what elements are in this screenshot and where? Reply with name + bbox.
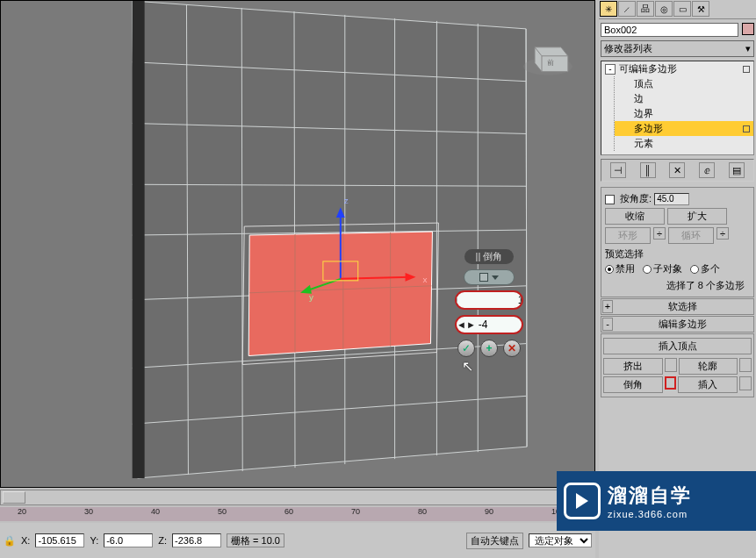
time-ruler[interactable]: 2030405060708090100 [0, 507, 595, 521]
cancel-button[interactable]: ✕ [503, 340, 521, 357]
viewport[interactable]: z x y 前 [0, 0, 595, 488]
stack-sub-vertex[interactable]: 顶点 [615, 76, 753, 91]
bevel-button[interactable]: 倒角 [603, 376, 663, 393]
make-unique-button[interactable]: ✕ [669, 162, 685, 178]
arrow-left-icon[interactable]: ◄ [457, 317, 466, 333]
extrude-button[interactable]: 挤出 [603, 358, 663, 375]
svg-text:x: x [422, 275, 427, 284]
inset-settings-button[interactable] [739, 376, 752, 390]
outline-settings-button[interactable] [739, 358, 752, 372]
wheel-icon: ◎ [660, 4, 668, 14]
stack-sub-border[interactable]: 边界 [615, 106, 753, 121]
extrude-settings-button[interactable] [665, 358, 677, 372]
config-icon: ▤ [732, 165, 741, 176]
stack-pin-icon[interactable] [743, 125, 750, 132]
ruler-tick: 70 [351, 507, 360, 516]
by-angle-label: 按角度: [620, 193, 652, 204]
radio-multi[interactable] [690, 265, 699, 274]
by-angle-checkbox[interactable] [605, 195, 615, 204]
svg-rect-16 [133, 1, 145, 478]
ruler-tick: 20 [18, 507, 26, 516]
ruler-tick: 80 [418, 507, 427, 516]
apply-button[interactable]: + [480, 340, 498, 357]
height-spinner[interactable] [455, 290, 523, 310]
stack-result-icon: ║ [644, 165, 652, 175]
display-icon: ▭ [679, 4, 687, 14]
pin-stack-button[interactable]: ⊣ [610, 162, 626, 178]
sparkle-icon: ✳ [605, 4, 612, 14]
dropdown-icon [492, 275, 499, 280]
remove-mod-button[interactable]: ⅇ [699, 162, 715, 178]
outline-spinner[interactable]: ◄ ► [455, 315, 523, 334]
panel-tabs: ✳ ⟋ 品 ◎ ▭ ⚒ [599, 0, 756, 19]
tab-utilities[interactable]: ⚒ [692, 1, 709, 17]
edit-poly-rollout-header[interactable]: - 编辑多边形 [601, 316, 754, 333]
stack-sub-edge[interactable]: 边 [615, 91, 753, 106]
ring-button[interactable]: 环形 [605, 227, 651, 244]
object-name-input[interactable]: Box002 [601, 23, 738, 37]
loop-button[interactable]: 循环 [668, 227, 714, 244]
tab-display[interactable]: ▭ [673, 1, 691, 17]
loop-spin[interactable]: ÷ [716, 227, 729, 240]
soft-selection-rollout[interactable]: + 软选择 [601, 298, 754, 315]
stack-pin-icon[interactable] [743, 66, 750, 73]
outline-input[interactable] [476, 317, 523, 333]
stack-tools: ⊣ ║ ✕ ⅇ ▤ [601, 159, 754, 182]
selection-rollout: 按角度: 45.0 收缩 扩大 环形 ÷ 循环 ÷ 预览选择 禁用 子对象 多个… [601, 187, 754, 297]
confirm-button[interactable]: ✓ [457, 340, 475, 357]
caddy-type-group[interactable] [464, 269, 515, 285]
radio-subobject[interactable] [643, 265, 652, 274]
insert-vertex-button[interactable]: 插入顶点 [603, 338, 752, 354]
caddy-title: || 倒角 [464, 249, 514, 264]
stack-sub-element[interactable]: 元素 [615, 136, 753, 151]
height-input[interactable] [457, 292, 523, 308]
time-slider[interactable] [0, 490, 595, 505]
ruler-tick: 60 [284, 507, 293, 516]
show-end-button[interactable]: ║ [640, 162, 656, 178]
x-label: X: [21, 535, 30, 546]
by-angle-field[interactable]: 45.0 [654, 193, 689, 205]
banner-title: 溜溜自学 [608, 483, 692, 509]
radio-disable[interactable] [605, 265, 614, 274]
object-color-swatch[interactable] [742, 23, 754, 35]
ruler-tick: 50 [218, 507, 227, 516]
z-label: Z: [158, 535, 167, 546]
tab-motion[interactable]: ◎ [655, 1, 673, 17]
modifier-list-label: 修改器列表 [604, 42, 652, 55]
configure-button[interactable]: ▤ [729, 162, 745, 178]
time-slider-thumb[interactable] [3, 491, 25, 504]
bevel-caddy: || 倒角 ◄ ► ✓ + ✕ [455, 249, 523, 357]
lock-icon[interactable]: 🔒 [4, 535, 16, 547]
bevel-settings-button[interactable] [665, 376, 676, 390]
outline-button[interactable]: 轮廓 [679, 358, 738, 375]
inset-button[interactable]: 插入 [678, 376, 738, 393]
watermark-banner: 溜溜自学 zixue.3d66.com [557, 471, 756, 531]
ruler-tick: 90 [485, 507, 493, 516]
collapse-icon[interactable]: - [605, 64, 616, 75]
arc-icon: ⟋ [623, 4, 631, 14]
z-coord-input[interactable] [172, 533, 221, 547]
stack-root-row[interactable]: - 可编辑多边形 [601, 61, 753, 76]
shrink-button[interactable]: 收缩 [605, 208, 665, 225]
modifier-list-combo[interactable]: 修改器列表 ▾ [601, 40, 754, 57]
status-bar: 🔒 X: Y: Z: 栅格 = 10.0 自动关键点 选定对象 [0, 523, 595, 558]
y-label: Y: [90, 535, 98, 546]
autokey-button[interactable]: 自动关键点 [466, 533, 523, 549]
ring-spin[interactable]: ÷ [653, 227, 666, 240]
grow-button[interactable]: 扩大 [667, 208, 727, 225]
preview-sel-label: 预览选择 [605, 247, 750, 261]
tab-hierarchy[interactable]: 品 [637, 1, 654, 17]
x-coord-input[interactable] [35, 533, 84, 547]
y-coord-input[interactable] [104, 533, 153, 547]
modifier-stack[interactable]: - 可编辑多边形 顶点 边 边界 多边形 元素 [601, 61, 754, 155]
tab-modify[interactable]: ⟋ [618, 1, 636, 17]
ruler-tick: 30 [84, 507, 93, 516]
arrow-right-icon[interactable]: ► [466, 317, 476, 333]
svg-text:前: 前 [547, 59, 554, 67]
key-filter-combo[interactable]: 选定对象 [529, 533, 592, 547]
tab-create[interactable]: ✳ [600, 1, 617, 17]
unique-icon: ✕ [673, 165, 681, 176]
svg-text:y: y [309, 292, 313, 302]
grid-label: 栅格 = 10.0 [227, 533, 284, 547]
stack-sub-polygon[interactable]: 多边形 [615, 121, 753, 136]
